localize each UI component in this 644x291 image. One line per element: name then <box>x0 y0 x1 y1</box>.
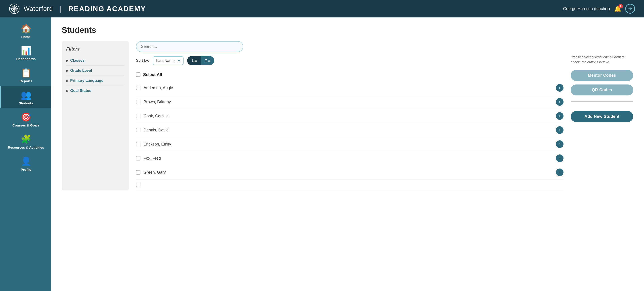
student-checkbox-0[interactable] <box>136 86 140 90</box>
select-all-row: Select All <box>136 69 564 81</box>
student-chevron-0[interactable]: › <box>556 84 564 92</box>
student-chevron-5[interactable]: › <box>556 154 564 162</box>
dashboards-icon: 📊 <box>21 46 31 56</box>
student-chevron-2[interactable]: › <box>556 112 564 120</box>
student-chevron-3[interactable]: › <box>556 126 564 134</box>
student-name-6: Green, Gary <box>144 170 553 175</box>
sidebar-item-courses-goals[interactable]: 🎯 Courses & Goals <box>0 108 51 130</box>
filter-label-goal: Goal Status <box>70 88 91 93</box>
filters-panel: Filters ▶ Classes ▶ Grade Level ▶ Primar… <box>62 41 129 190</box>
sidebar-label-dashboards: Dashboards <box>16 57 36 61</box>
table-row: Fox, Fred › <box>136 151 564 165</box>
content-area: Students Filters ▶ Classes ▶ Grade Level… <box>51 17 644 291</box>
student-name-2: Cook, Camille <box>144 114 553 118</box>
sort-select[interactable]: Last Name First Name <box>153 56 184 65</box>
table-row: Brown, Brittany › <box>136 95 564 109</box>
filter-classes[interactable]: ▶ Classes <box>66 56 124 66</box>
reports-icon: 📋 <box>21 68 31 78</box>
top-nav: Waterford | READING ACADEMY George Harri… <box>0 0 644 17</box>
brand-area: Waterford | READING ACADEMY <box>9 3 146 14</box>
sort-desc-icon: ↧≡ <box>191 58 197 63</box>
student-name-3: Dennis, David <box>144 128 553 133</box>
student-chevron-4[interactable]: › <box>556 140 564 148</box>
filter-goal-status[interactable]: ▶ Goal Status <box>66 86 124 96</box>
table-row: Anderson, Angie › <box>136 81 564 95</box>
sort-buttons: ↧≡ ↥≡ <box>187 56 214 65</box>
filter-arrow-goal: ▶ <box>66 89 68 92</box>
sidebar-item-resources-activities[interactable]: 🧩 Resources & Activities <box>0 130 51 152</box>
table-row: Green, Gary › <box>136 165 564 180</box>
right-panel: Please select at least one student to en… <box>571 41 633 190</box>
add-new-student-button[interactable]: Add New Student <box>571 111 633 122</box>
sidebar-item-reports[interactable]: 📋 Reports <box>0 64 51 86</box>
sidebar-label-courses-goals: Courses & Goals <box>12 123 40 127</box>
sidebar-item-home[interactable]: 🏠 Home <box>0 20 51 42</box>
sidebar: 🏠 Home 📊 Dashboards 📋 Reports 👥 Students… <box>0 17 51 291</box>
student-chevron-6[interactable]: › <box>556 169 564 176</box>
waterford-logo <box>9 3 20 14</box>
student-checkbox-4[interactable] <box>136 142 140 146</box>
table-row: Cook, Camille › <box>136 109 564 123</box>
logout-icon: ➜ <box>628 6 632 12</box>
user-name: George Harrison (teacher) <box>563 6 610 11</box>
student-name-1: Brown, Brittany <box>144 100 553 104</box>
select-all-checkbox[interactable] <box>136 72 140 77</box>
brand-name: Waterford <box>24 5 53 12</box>
user-area: George Harrison (teacher) 🔔 2 ➜ <box>563 4 635 14</box>
student-name-5: Fox, Fred <box>144 156 553 161</box>
student-chevron-1[interactable]: › <box>556 98 564 106</box>
notifications-bell[interactable]: 🔔 2 <box>614 5 621 12</box>
resources-activities-icon: 🧩 <box>21 134 31 144</box>
profile-icon: 👤 <box>21 156 31 166</box>
logout-button[interactable]: ➜ <box>625 4 635 14</box>
sort-asc-icon: ↥≡ <box>204 58 211 63</box>
filter-grade-level[interactable]: ▶ Grade Level <box>66 66 124 76</box>
sort-asc-button[interactable]: ↥≡ <box>200 56 214 65</box>
mentor-codes-button[interactable]: Mentor Codes <box>571 70 633 81</box>
brand-divider: | <box>60 5 62 13</box>
filter-arrow-grade: ▶ <box>66 69 68 72</box>
sidebar-label-resources: Resources & Activities <box>8 145 44 149</box>
content-inner: Filters ▶ Classes ▶ Grade Level ▶ Primar… <box>62 41 633 190</box>
qr-codes-button[interactable]: QR Codes <box>571 84 633 95</box>
sidebar-label-home: Home <box>21 35 31 39</box>
filters-title: Filters <box>66 46 124 52</box>
sort-label: Sort by: <box>136 58 149 63</box>
student-checkbox-3[interactable] <box>136 128 140 132</box>
filter-label-language: Primary Language <box>70 78 103 83</box>
sort-desc-button[interactable]: ↧≡ <box>187 56 201 65</box>
sidebar-label-students: Students <box>19 101 33 105</box>
sidebar-item-dashboards[interactable]: 📊 Dashboards <box>0 42 51 64</box>
sidebar-item-profile[interactable]: 👤 Profile <box>0 152 51 175</box>
sidebar-label-reports: Reports <box>20 79 32 83</box>
filter-label-grade: Grade Level <box>70 68 92 73</box>
page-title: Students <box>62 25 633 35</box>
table-row-partial <box>136 180 564 190</box>
filter-label-classes: Classes <box>70 58 84 63</box>
select-all-label: Select All <box>143 72 162 77</box>
students-icon: 👥 <box>21 90 31 100</box>
filter-arrow-classes: ▶ <box>66 59 68 62</box>
filter-arrow-language: ▶ <box>66 79 68 82</box>
helper-text: Please select at least one student to en… <box>571 54 633 65</box>
student-checkbox-7[interactable] <box>136 183 140 187</box>
students-panel: Sort by: Last Name First Name ↧≡ ↥≡ <box>136 41 564 190</box>
brand-product: READING ACADEMY <box>68 5 146 13</box>
table-row: Erickson, Emily › <box>136 137 564 151</box>
search-input[interactable] <box>136 41 243 52</box>
sidebar-label-profile: Profile <box>21 168 31 171</box>
notification-badge: 2 <box>618 4 623 8</box>
student-name-4: Erickson, Emily <box>144 142 553 147</box>
sort-row: Sort by: Last Name First Name ↧≡ ↥≡ <box>136 56 564 65</box>
student-name-0: Anderson, Angie <box>144 86 553 90</box>
main-layout: 🏠 Home 📊 Dashboards 📋 Reports 👥 Students… <box>0 17 644 291</box>
filter-primary-language[interactable]: ▶ Primary Language <box>66 76 124 86</box>
home-icon: 🏠 <box>21 24 31 33</box>
student-checkbox-2[interactable] <box>136 114 140 118</box>
courses-goals-icon: 🎯 <box>21 112 31 122</box>
student-checkbox-5[interactable] <box>136 156 140 160</box>
table-row: Dennis, David › <box>136 123 564 137</box>
student-checkbox-1[interactable] <box>136 100 140 104</box>
sidebar-item-students[interactable]: 👥 Students <box>0 86 51 108</box>
student-checkbox-6[interactable] <box>136 170 140 175</box>
